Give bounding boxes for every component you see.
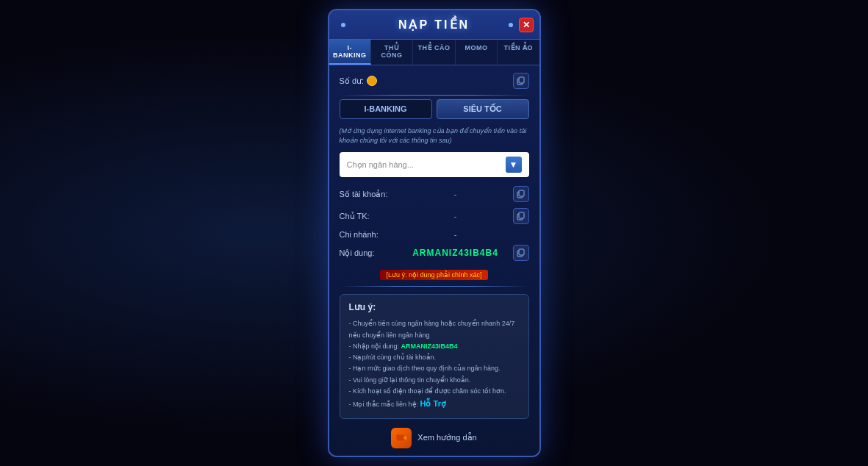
copy-icon xyxy=(517,190,526,198)
account-owner-copy-button[interactable] xyxy=(513,208,529,224)
balance-row: Số dư: xyxy=(340,73,529,89)
modal-body: Số dư: I-BANKING SIÊU TỐC (Mở ứng dụng i xyxy=(329,65,539,456)
tab-momo[interactable]: MOMO xyxy=(456,40,498,65)
account-number-label: Số tài khoản: xyxy=(340,190,398,199)
content-row: Nội dung: ARMANIZ43IB4B4 [Lưu ý: nội dun… xyxy=(340,245,529,280)
close-button[interactable]: ✕ xyxy=(519,18,534,32)
svg-rect-5 xyxy=(519,212,524,218)
tab-the-cao[interactable]: THẺ CÀO xyxy=(413,40,455,65)
info-description: (Mở ứng dụng internet banking của bạn để… xyxy=(340,126,529,145)
guide-icon xyxy=(391,428,412,448)
branch-value: - xyxy=(398,230,513,239)
copy-icon xyxy=(517,248,526,257)
sub-tab-bar: I-BANKING SIÊU TỐC xyxy=(340,99,529,119)
video-icon xyxy=(395,432,407,444)
divider-top xyxy=(340,95,529,96)
modal-title: NẠP TIỀN xyxy=(398,18,470,32)
note-line-2: - Nhập nội dung: ARMANIZ43IB4B4 xyxy=(349,341,520,352)
note-line-5: - Vui lòng giữ lại thông tin chuyển khoả… xyxy=(349,375,520,386)
account-number-row: Số tài khoản: - xyxy=(340,186,529,202)
content-label: Nội dung: xyxy=(340,248,398,258)
modal-title-bar: NẠP TIỀN ✕ xyxy=(329,10,539,40)
note-line-7: - Mọi thắc mắc liên hệ: Hỗ Trợ xyxy=(349,397,520,411)
tab-ibanking[interactable]: I-BANKING xyxy=(329,40,371,65)
note-support-link[interactable]: Hỗ Trợ xyxy=(420,399,446,408)
tab-thu-cong[interactable]: THỦ CÔNG xyxy=(371,40,413,65)
account-number-value: - xyxy=(398,190,513,198)
sub-tab-ibanking[interactable]: I-BANKING xyxy=(340,99,432,119)
svg-rect-1 xyxy=(519,77,524,83)
nap-tien-modal: NẠP TIỀN ✕ I-BANKING THỦ CÔNG THẺ CÀO MO… xyxy=(328,9,541,457)
note-title: Lưu ý: xyxy=(349,302,520,312)
copy-icon xyxy=(517,76,526,85)
divider-middle xyxy=(340,286,529,287)
note-line-3: - Nạp/rút cùng chủ tài khoản. xyxy=(349,352,520,363)
branch-label: Chi nhánh: xyxy=(340,230,398,239)
tab-bar: I-BANKING THỦ CÔNG THẺ CÀO MOMO TIỀN ẢO xyxy=(329,40,539,65)
account-owner-row: Chủ TK: - xyxy=(340,208,529,224)
branch-row: Chi nhánh: - xyxy=(340,230,529,239)
modal-container: NẠP TIỀN ✕ I-BANKING THỦ CÔNG THẺ CÀO MO… xyxy=(328,9,541,457)
bank-select-arrow-icon: ▼ xyxy=(506,157,522,173)
note-line-4: - Hạn mức giao dịch theo quy định của ng… xyxy=(349,363,520,374)
account-number-copy-button[interactable] xyxy=(513,186,529,202)
content-inner-row: Nội dung: ARMANIZ43IB4B4 xyxy=(340,245,529,261)
note-line-1: - Chuyển tiền cùng ngân hàng hoặc chuyển… xyxy=(349,318,520,341)
account-owner-label: Chủ TK: xyxy=(340,212,398,221)
note-line-6: - Kích hoạt số điện thoại để được chăm s… xyxy=(349,386,520,397)
content-value: ARMANIZ43IB4B4 xyxy=(398,248,513,258)
bank-select-dropdown[interactable]: Chọn ngân hàng... ▼ xyxy=(340,152,529,177)
tab-tien-ao[interactable]: TIỀN ẢO xyxy=(498,40,539,65)
bank-select-placeholder: Chọn ngân hàng... xyxy=(347,160,414,170)
guide-label: Xem hướng dẫn xyxy=(417,433,476,442)
svg-rect-3 xyxy=(519,190,524,196)
svg-rect-8 xyxy=(396,434,404,441)
copy-icon xyxy=(517,212,526,221)
note-code-highlight: ARMANIZ43IB4B4 xyxy=(401,343,458,350)
content-copy-button[interactable] xyxy=(513,245,529,261)
svg-rect-7 xyxy=(519,249,524,255)
note-box: Lưu ý: - Chuyển tiền cùng ngân hàng hoặc… xyxy=(340,294,529,419)
sub-tab-sieu-toc[interactable]: SIÊU TỐC xyxy=(437,99,529,119)
account-owner-value: - xyxy=(398,212,513,221)
balance-label: Số dư: xyxy=(340,76,378,86)
balance-coin-icon xyxy=(367,76,377,86)
balance-copy-button[interactable] xyxy=(513,73,529,89)
note-content: - Chuyển tiền cùng ngân hàng hoặc chuyển… xyxy=(349,318,520,411)
content-notice-badge: [Lưu ý: nội dung phải chính xác] xyxy=(380,270,487,280)
guide-button[interactable]: Xem hướng dẫn xyxy=(340,428,529,448)
